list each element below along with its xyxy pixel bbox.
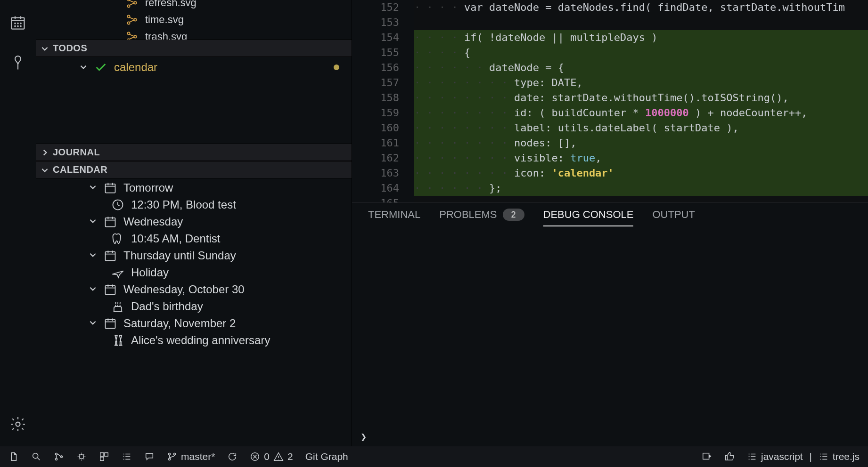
status-errors-warnings[interactable]: 0 2 — [250, 451, 293, 462]
tab-output[interactable]: OUTPUT — [652, 209, 695, 226]
svg-rect-28 — [100, 453, 104, 456]
chevron-down-icon — [89, 216, 97, 228]
svg-point-31 — [168, 453, 170, 455]
status-git-graph[interactable]: Git Graph — [305, 451, 348, 462]
calendar-event[interactable]: Alice's wedding anniversary — [36, 332, 352, 349]
svg-rect-21 — [106, 286, 115, 295]
section-header-journal[interactable]: JOURNAL — [36, 144, 352, 161]
todos-tree: calendar — [36, 57, 352, 144]
tab-label: TERMINAL — [368, 209, 420, 221]
svg-point-10 — [134, 1, 136, 4]
calendar-event[interactable]: 10:45 AM, Dentist — [36, 230, 352, 247]
tab-label: DEBUG CONSOLE — [543, 209, 634, 221]
svg-point-32 — [168, 458, 170, 460]
status-source-control-icon[interactable] — [54, 451, 64, 462]
file-name: time.svg — [145, 14, 184, 26]
status-breadcrumb[interactable]: javascript | tree.js — [747, 451, 860, 462]
status-sync-icon[interactable] — [227, 451, 237, 462]
calendar-group[interactable]: Saturday, November 2 — [36, 315, 352, 332]
chevron-down-icon — [89, 317, 97, 330]
problems-count-badge: 2 — [503, 209, 524, 221]
chevron-down-icon — [79, 61, 88, 74]
calendar-event[interactable]: Holiday — [36, 264, 352, 281]
sidebar: refresh.svg time.svg trash.svg TODOS — [36, 0, 352, 446]
section-header-calendar[interactable]: CALENDAR — [36, 161, 352, 178]
calendar-label: Holiday — [131, 266, 169, 279]
calendar-event[interactable]: Dad's birthday — [36, 298, 352, 315]
svg-point-23 — [33, 453, 38, 459]
main-area: refresh.svg time.svg trash.svg TODOS — [0, 0, 868, 446]
chevron-down-icon — [41, 44, 49, 53]
svg-point-5 — [17, 26, 18, 27]
svg-point-1 — [15, 23, 16, 24]
calendar-group[interactable]: Tomorrow — [36, 179, 352, 196]
code-area[interactable]: · · · · var dateNode = dateNodes.find( f… — [414, 0, 868, 202]
svg-point-33 — [173, 453, 175, 455]
file-row[interactable]: refresh.svg — [36, 0, 352, 11]
status-search-icon[interactable] — [31, 451, 41, 462]
svg-rect-35 — [703, 453, 709, 459]
editor-pane: 1521531541551561571581591601611621631641… — [352, 0, 868, 446]
calendar-label: Thursday until Sunday — [123, 249, 236, 262]
file-row[interactable]: trash.svg — [36, 28, 352, 40]
tooth-icon — [111, 232, 124, 245]
file-label: tree.js — [833, 451, 860, 462]
calendar-label: Wednesday, October 30 — [123, 283, 245, 296]
app-root: refresh.svg time.svg trash.svg TODOS — [0, 0, 868, 467]
calendar-group[interactable]: Thursday until Sunday — [36, 247, 352, 264]
status-branch[interactable]: master* — [167, 451, 215, 462]
language-label: javascript — [761, 451, 803, 462]
svg-point-7 — [16, 422, 20, 427]
svg-point-4 — [15, 26, 16, 27]
section-title: TODOS — [53, 43, 87, 54]
activity-bar — [0, 0, 36, 446]
status-file-icon[interactable] — [8, 451, 19, 462]
calendar-icon — [104, 317, 117, 330]
calendar-icon — [104, 249, 117, 262]
svg-rect-20 — [106, 252, 115, 261]
clock-icon — [111, 198, 124, 211]
calendar-icon — [104, 283, 117, 296]
tab-debug-console[interactable]: DEBUG CONSOLE — [543, 209, 634, 226]
section-header-todos[interactable]: TODOS — [36, 40, 352, 57]
calendar-tree: Tomorrow12:30 PM, Blood testWednesday10:… — [36, 178, 352, 350]
calendar-group[interactable]: Wednesday — [36, 213, 352, 230]
svg-rect-19 — [106, 218, 115, 227]
section-title: JOURNAL — [53, 147, 100, 158]
error-count: 0 — [264, 451, 270, 462]
calendar-event[interactable]: 12:30 PM, Blood test — [36, 196, 352, 213]
status-bar: master* 0 2 Git Graph javascript | tree.… — [0, 446, 868, 467]
settings-gear-icon[interactable] — [9, 416, 26, 433]
status-debug-icon[interactable] — [76, 451, 87, 462]
status-run-icon[interactable] — [702, 451, 712, 462]
svg-point-27 — [79, 454, 83, 459]
svg-point-24 — [55, 453, 57, 455]
svg-rect-29 — [105, 453, 108, 456]
file-row[interactable]: time.svg — [36, 11, 352, 28]
status-extensions-icon[interactable] — [99, 451, 109, 462]
code-editor[interactable]: 1521531541551561571581591601611621631641… — [352, 0, 868, 202]
todo-item-calendar[interactable]: calendar — [36, 58, 352, 77]
status-like-icon[interactable] — [724, 451, 735, 462]
file-name: trash.svg — [145, 31, 187, 40]
tree-activity-icon[interactable] — [9, 55, 26, 72]
calendar-label: Wednesday — [123, 215, 183, 228]
calendar-label: 12:30 PM, Blood test — [131, 198, 236, 211]
tab-problems[interactable]: PROBLEMS 2 — [439, 209, 524, 226]
tab-label: PROBLEMS — [439, 209, 497, 221]
calendar-activity-icon[interactable] — [9, 14, 26, 31]
status-list-icon[interactable] — [122, 451, 132, 462]
debug-console-input[interactable]: ❯ — [352, 428, 868, 446]
tab-terminal[interactable]: TERMINAL — [368, 209, 420, 226]
calendar-group[interactable]: Wednesday, October 30 — [36, 281, 352, 298]
bottom-panel: TERMINAL PROBLEMS 2 DEBUG CONSOLE OUTPUT… — [352, 202, 868, 446]
champagne-icon — [111, 334, 124, 347]
svg-rect-30 — [100, 457, 104, 460]
section-title: CALENDAR — [53, 164, 107, 175]
warning-count: 2 — [287, 451, 293, 462]
git-graph-label: Git Graph — [305, 451, 348, 462]
svg-point-25 — [55, 458, 57, 460]
status-feedback-icon[interactable] — [144, 451, 155, 462]
panel-tabs: TERMINAL PROBLEMS 2 DEBUG CONSOLE OUTPUT — [352, 203, 868, 226]
file-name: refresh.svg — [145, 0, 197, 9]
